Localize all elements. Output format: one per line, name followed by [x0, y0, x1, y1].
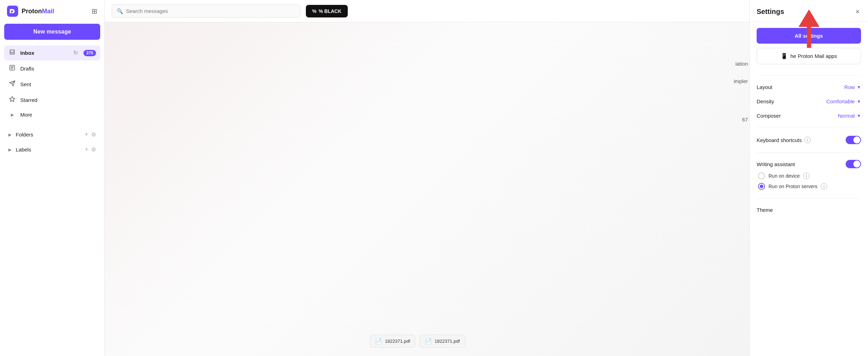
proton-apps-section: 📱 he Proton Mail apps — [757, 48, 861, 71]
composer-label: Composer — [757, 113, 781, 119]
proton-apps-button[interactable]: 📱 he Proton Mail apps — [757, 48, 861, 64]
folders-label: Folders — [16, 132, 80, 138]
more-label: More — [20, 112, 96, 118]
grid-icon[interactable]: ⊞ — [91, 7, 97, 15]
svg-rect-0 — [7, 6, 18, 17]
phone-icon: 📱 — [781, 53, 788, 59]
radio-outer-device — [758, 172, 765, 179]
sidebar-item-inbox[interactable]: Inbox ↻ 375 — [4, 45, 100, 60]
black-friday-button[interactable]: % % BLACK — [306, 5, 348, 17]
toggle-checkmark: ✓ — [856, 138, 859, 142]
gear-folder-icon[interactable]: ⚙ — [91, 131, 96, 138]
email-preview-pane: iation impler 67 📄 1822371.pdf 📄 1822371… — [105, 22, 749, 356]
labels-label: Labels — [16, 147, 80, 153]
sidebar-section-folders[interactable]: ▶ Folders + ⚙ — [4, 127, 100, 142]
density-label: Density — [757, 98, 774, 104]
run-on-proton-label: Run on Proton servers — [768, 184, 817, 189]
composer-chevron-icon: ▼ — [857, 113, 861, 118]
keyboard-shortcuts-toggle-container: ✓ — [846, 136, 861, 144]
settings-close-button[interactable]: × — [854, 6, 861, 17]
attachment-1[interactable]: 📄 1822371.pdf — [370, 335, 415, 348]
search-container: 🔍 — [112, 4, 300, 18]
black-friday-label: % BLACK — [318, 8, 341, 14]
sidebar-item-drafts[interactable]: Drafts — [4, 61, 100, 76]
attachment-name-1: 1822371.pdf — [385, 339, 410, 344]
folder-chevron-icon: ▶ — [8, 132, 12, 137]
sidebar: ProtonMail ⊞ New message Inbox ↻ 375 Dra… — [0, 0, 105, 356]
settings-panel-header: Settings × — [750, 0, 868, 22]
pdf-icon-1: 📄 — [375, 338, 382, 344]
proton-logo-icon — [7, 6, 18, 17]
composer-value[interactable]: Normal ▼ — [838, 113, 861, 119]
settings-row-theme: Theme — [757, 203, 861, 217]
radio-inner-proton — [760, 185, 763, 188]
layout-value-text: Row — [844, 84, 855, 90]
settings-divider-3 — [757, 153, 861, 153]
starred-icon — [8, 96, 16, 104]
pdf-icon-2: 📄 — [425, 338, 432, 344]
attachments-bar: 📄 1822371.pdf 📄 1822371.pdf — [370, 335, 465, 348]
search-wrapper: 🔍 — [112, 4, 300, 18]
settings-row-density: Density Comfortable ▼ — [757, 94, 861, 109]
settings-divider-2 — [757, 127, 861, 127]
writing-assistant-toggle[interactable]: ✓ — [846, 160, 861, 168]
radio-outer-proton — [758, 183, 765, 190]
partial-text-67: 67 — [742, 117, 749, 123]
chevron-right-icon: ▶ — [8, 112, 16, 117]
writing-assistant-toggle-check: ✓ — [856, 162, 859, 166]
top-bar: 🔍 % % BLACK — [105, 0, 749, 22]
main-content: 🔍 % % BLACK iation impler 67 📄 1822371.p… — [105, 0, 749, 356]
sidebar-section-labels[interactable]: ▶ Labels + ⚙ — [4, 142, 100, 157]
settings-panel: Settings × All settings 📱 he Proton Mail… — [749, 0, 868, 356]
labels-actions: + ⚙ — [84, 146, 96, 153]
labels-chevron-icon: ▶ — [8, 147, 12, 152]
layout-value[interactable]: Row ▼ — [844, 84, 861, 90]
gear-label-icon[interactable]: ⚙ — [91, 146, 96, 153]
all-settings-button[interactable]: All settings — [757, 28, 861, 44]
settings-divider-1 — [757, 75, 861, 76]
proton-apps-label: he Proton Mail apps — [790, 53, 837, 59]
add-folder-icon[interactable]: + — [84, 131, 88, 138]
search-input[interactable] — [112, 4, 300, 18]
keyboard-shortcuts-info-icon[interactable]: i — [804, 137, 811, 143]
svg-marker-7 — [10, 97, 15, 102]
sidebar-item-more[interactable]: ▶ More — [4, 108, 100, 121]
keyboard-shortcuts-toggle[interactable]: ✓ — [846, 136, 861, 144]
refresh-icon[interactable]: ↻ — [73, 50, 78, 56]
writing-assistant-header: Writing assistant ✓ — [757, 160, 861, 168]
partial-text-iation: iation — [735, 61, 749, 67]
logo-text: ProtonMail — [22, 8, 54, 15]
radio-item-run-on-device[interactable]: Run on device i — [758, 172, 861, 179]
layout-chevron-icon: ▼ — [857, 85, 861, 90]
logo-area: ProtonMail — [7, 6, 54, 17]
sent-icon — [8, 80, 16, 88]
email-area: iation impler 67 📄 1822371.pdf 📄 1822371… — [105, 22, 749, 356]
sidebar-item-starred[interactable]: Starred — [4, 92, 100, 107]
inbox-label: Inbox — [20, 50, 69, 56]
run-on-proton-info-icon[interactable]: i — [821, 183, 827, 190]
writing-assistant-label: Writing assistant — [757, 161, 795, 167]
radio-item-run-on-proton[interactable]: Run on Proton servers i — [758, 183, 861, 190]
attachment-name-2: 1822371.pdf — [435, 339, 460, 344]
percent-icon: % — [312, 8, 316, 14]
settings-row-composer: Composer Normal ▼ — [757, 109, 861, 123]
run-on-device-info-icon[interactable]: i — [803, 173, 810, 179]
theme-label: Theme — [757, 207, 773, 213]
layout-label: Layout — [757, 84, 772, 90]
writing-assistant-options: Run on device i Run on Proton servers i — [757, 172, 861, 190]
add-label-icon[interactable]: + — [84, 146, 88, 153]
keyboard-shortcuts-label-group: Keyboard shortcuts i — [757, 137, 811, 143]
sidebar-item-sent[interactable]: Sent — [4, 77, 100, 92]
density-value-text: Comfortable — [826, 98, 855, 104]
new-message-button[interactable]: New message — [4, 24, 100, 40]
search-icon: 🔍 — [117, 8, 123, 14]
settings-title: Settings — [757, 8, 784, 16]
settings-row-layout: Layout Row ▼ — [757, 80, 861, 94]
density-value[interactable]: Comfortable ▼ — [826, 98, 861, 104]
settings-divider-4 — [757, 198, 861, 199]
writing-assistant-section: Writing assistant ✓ Run on device i — [757, 157, 861, 194]
attachment-2[interactable]: 📄 1822371.pdf — [420, 335, 465, 348]
inbox-badge: 375 — [83, 50, 96, 56]
settings-body: All settings 📱 he Proton Mail apps Layou… — [750, 22, 868, 223]
settings-row-keyboard-shortcuts: Keyboard shortcuts i ✓ — [757, 132, 861, 148]
